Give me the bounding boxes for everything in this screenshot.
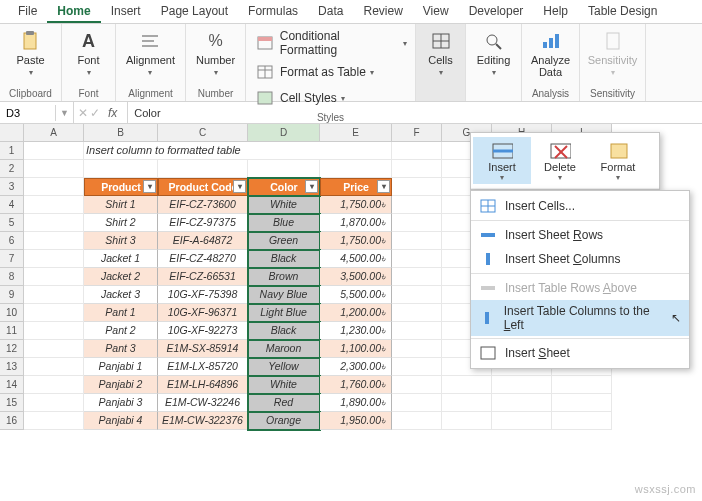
cell[interactable] xyxy=(392,178,442,196)
cell[interactable] xyxy=(392,412,442,430)
cell-styles-button[interactable]: Cell Styles ▾ xyxy=(252,86,409,110)
format-menu-button[interactable]: Format▾ xyxy=(589,137,647,184)
tab-formulas[interactable]: Formulas xyxy=(238,0,308,23)
filter-dropdown-icon[interactable]: ▾ xyxy=(377,180,390,193)
cells-button[interactable]: Cells▾ xyxy=(420,28,462,79)
cell[interactable] xyxy=(24,142,84,160)
cell[interactable] xyxy=(392,304,442,322)
cell[interactable] xyxy=(84,160,158,178)
cell[interactable]: Panjabi 1 xyxy=(84,358,158,376)
cell[interactable]: 1,200.00৳ xyxy=(320,304,392,322)
row-header[interactable]: 13 xyxy=(0,358,24,376)
cell[interactable]: Jacket 3 xyxy=(84,286,158,304)
cell[interactable]: 2,300.00৳ xyxy=(320,358,392,376)
cell[interactable]: 1,750.00৳ xyxy=(320,196,392,214)
cell[interactable] xyxy=(158,160,248,178)
cell[interactable]: 3,500.00৳ xyxy=(320,268,392,286)
cell[interactable]: Blue xyxy=(248,214,320,232)
cell[interactable]: Red xyxy=(248,394,320,412)
row-header[interactable]: 7 xyxy=(0,250,24,268)
cell[interactable]: E1M-CW-322376 xyxy=(158,412,248,430)
cell[interactable] xyxy=(24,250,84,268)
cell[interactable] xyxy=(492,394,552,412)
row-header[interactable]: 14 xyxy=(0,376,24,394)
font-button[interactable]: A Font▾ xyxy=(68,28,110,79)
cell[interactable] xyxy=(24,178,84,196)
editing-button[interactable]: Editing▾ xyxy=(473,28,515,79)
table-header[interactable]: Product Code▾ xyxy=(158,178,248,196)
row-header[interactable]: 3 xyxy=(0,178,24,196)
cell[interactable] xyxy=(24,196,84,214)
cell[interactable]: EIF-CZ-97375 xyxy=(158,214,248,232)
cell[interactable] xyxy=(552,412,612,430)
format-as-table-button[interactable]: Format as Table ▾ xyxy=(252,60,409,84)
row-header[interactable]: 9 xyxy=(0,286,24,304)
cell[interactable]: EIF-CZ-66531 xyxy=(158,268,248,286)
cell[interactable]: White xyxy=(248,196,320,214)
row-header[interactable]: 6 xyxy=(0,232,24,250)
cell[interactable]: Black xyxy=(248,250,320,268)
cell[interactable] xyxy=(24,358,84,376)
cell[interactable]: 10G-XF-96371 xyxy=(158,304,248,322)
cell[interactable]: EIF-A-64872 xyxy=(158,232,248,250)
fx-icon[interactable]: fx xyxy=(102,106,123,120)
table-header[interactable]: Product▾ xyxy=(84,178,158,196)
cell[interactable]: E1M-SX-85914 xyxy=(158,340,248,358)
cell[interactable] xyxy=(392,322,442,340)
cell[interactable]: Black xyxy=(248,322,320,340)
insert-sheet-rows-item[interactable]: Insert Sheet Rows xyxy=(471,223,689,247)
cell[interactable]: Jacket 2 xyxy=(84,268,158,286)
tab-view[interactable]: View xyxy=(413,0,459,23)
tab-developer[interactable]: Developer xyxy=(459,0,534,23)
select-all-corner[interactable] xyxy=(0,124,24,142)
tab-help[interactable]: Help xyxy=(533,0,578,23)
column-header[interactable]: F xyxy=(392,124,442,142)
cell[interactable] xyxy=(24,394,84,412)
cell[interactable]: 1,750.00৳ xyxy=(320,232,392,250)
tab-review[interactable]: Review xyxy=(353,0,412,23)
cancel-icon[interactable]: ✕ xyxy=(78,106,88,120)
table-title[interactable]: Insert column to formatted table xyxy=(84,142,392,160)
column-header[interactable]: A xyxy=(24,124,84,142)
cell[interactable] xyxy=(392,196,442,214)
cell[interactable]: 1,870.00৳ xyxy=(320,214,392,232)
row-header[interactable]: 11 xyxy=(0,322,24,340)
cell[interactable] xyxy=(492,412,552,430)
row-header[interactable]: 16 xyxy=(0,412,24,430)
cell[interactable] xyxy=(392,268,442,286)
cell[interactable] xyxy=(392,340,442,358)
cell[interactable] xyxy=(24,214,84,232)
cell[interactable]: EIF-CZ-73600 xyxy=(158,196,248,214)
analyze-data-button[interactable]: Analyze Data xyxy=(527,28,574,80)
cell[interactable]: Shirt 2 xyxy=(84,214,158,232)
cell[interactable] xyxy=(248,160,320,178)
cell[interactable]: 1,760.00৳ xyxy=(320,376,392,394)
cell[interactable] xyxy=(24,160,84,178)
insert-sheet-columns-item[interactable]: Insert Sheet Columns xyxy=(471,247,689,271)
row-header[interactable]: 4 xyxy=(0,196,24,214)
cell[interactable]: Pant 2 xyxy=(84,322,158,340)
cell[interactable]: Pant 3 xyxy=(84,340,158,358)
cell[interactable]: Brown xyxy=(248,268,320,286)
cell[interactable]: Maroon xyxy=(248,340,320,358)
cell[interactable] xyxy=(552,376,612,394)
column-header[interactable]: D xyxy=(248,124,320,142)
insert-table-columns-item[interactable]: Insert Table Columns to the Left↖ xyxy=(471,300,689,336)
cell[interactable]: White xyxy=(248,376,320,394)
cell[interactable] xyxy=(392,394,442,412)
cell[interactable]: Orange xyxy=(248,412,320,430)
cell[interactable]: 5,500.00৳ xyxy=(320,286,392,304)
cell[interactable]: Green xyxy=(248,232,320,250)
cell[interactable] xyxy=(320,160,392,178)
column-header[interactable]: C xyxy=(158,124,248,142)
column-header[interactable]: B xyxy=(84,124,158,142)
row-header[interactable]: 2 xyxy=(0,160,24,178)
row-header[interactable]: 15 xyxy=(0,394,24,412)
cell[interactable] xyxy=(24,268,84,286)
cell[interactable] xyxy=(392,358,442,376)
cell[interactable]: E1M-LH-64896 xyxy=(158,376,248,394)
cell[interactable] xyxy=(24,232,84,250)
row-header[interactable]: 1 xyxy=(0,142,24,160)
cell[interactable] xyxy=(392,376,442,394)
cell[interactable]: Panjabi 3 xyxy=(84,394,158,412)
